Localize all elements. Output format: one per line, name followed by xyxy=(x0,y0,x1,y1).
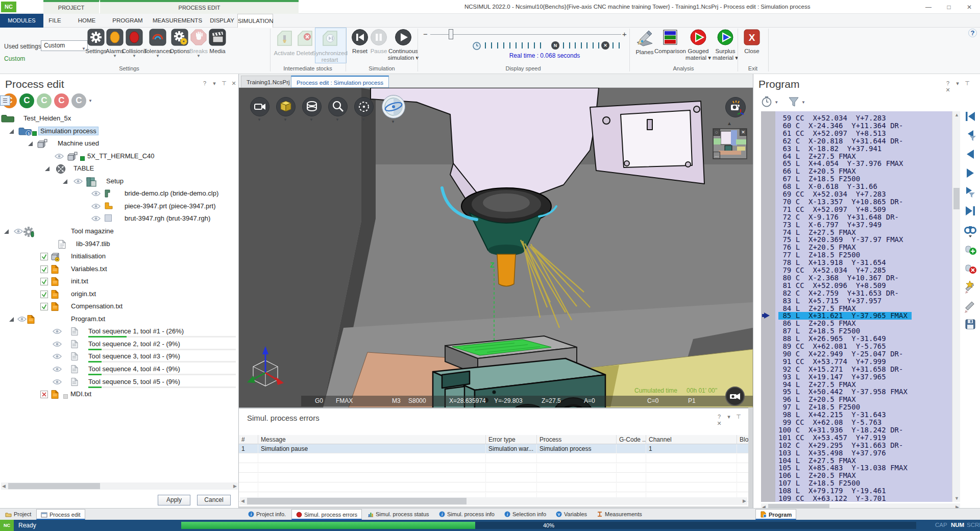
tree-item-label[interactable]: Tool sequence 2, tool #2 - (9%) xyxy=(88,340,180,348)
errors-cell[interactable]: 1 xyxy=(239,444,258,453)
program-line[interactable]: 84 L Z+27.5 FMAX xyxy=(778,305,856,312)
program-line[interactable]: 97 L Z+18.5 F2500 xyxy=(778,403,860,411)
bottom-tab-measurements[interactable]: Measurements xyxy=(593,509,646,520)
program-line[interactable]: 82 C X+2.759 Y+31.653 DR- xyxy=(778,289,899,297)
tree-item[interactable]: lib-3947.tlib xyxy=(0,239,239,250)
collapse-minimap-icon[interactable]: ▲ xyxy=(727,120,732,126)
detail-view-icon[interactable]: ☰ xyxy=(0,95,10,106)
program-line[interactable]: 74 L Z+27.5 FMAX xyxy=(778,229,856,236)
program-line[interactable]: 68 L X-0.618 Y-31.66 xyxy=(778,183,877,190)
program-line[interactable]: 77 L Z+18.5 F2500 xyxy=(778,251,860,259)
tree-item[interactable]: TABLE xyxy=(0,163,239,175)
scroll-left-icon[interactable]: ◀ xyxy=(241,497,244,504)
remove-breakpoint-button[interactable] xyxy=(964,261,977,274)
program-line[interactable]: 95 L X+50.442 Y-37.958 FMAX xyxy=(778,388,908,396)
speed-slider-track[interactable] xyxy=(430,34,621,35)
errors-column-header[interactable]: Bloc xyxy=(737,435,748,444)
program-line[interactable]: 78 L X+13.918 Y-31.654 xyxy=(778,259,886,267)
chevron-down-icon[interactable]: ▼ xyxy=(309,117,313,122)
scroll-up-icon[interactable]: ▲ xyxy=(954,111,959,118)
errors-column-header[interactable]: Message xyxy=(258,435,486,444)
tree-item[interactable]: Tool magazine xyxy=(0,226,239,237)
errors-cell[interactable] xyxy=(737,444,748,453)
visibility-eye-icon[interactable] xyxy=(53,353,62,361)
pin-icon[interactable]: ⊤ xyxy=(963,80,971,87)
program-line[interactable]: 96 L Z+20.5 FMAX xyxy=(778,396,856,403)
filter-icon[interactable] xyxy=(788,102,800,109)
tab-measurements[interactable]: MEASUREMENTS xyxy=(148,14,207,28)
tree-item[interactable]: Setup xyxy=(0,176,239,187)
tree-item-label[interactable]: Tool sequence 4, tool #4 - (9%) xyxy=(88,365,180,373)
tree-item-label[interactable]: Tool sequence 1, tool #1 - (26%) xyxy=(88,327,184,335)
tree-item[interactable]: Program.txt xyxy=(0,314,239,325)
visibility-eye-icon[interactable] xyxy=(74,178,83,186)
tree-item-label[interactable]: TABLE xyxy=(74,164,94,172)
expander-icon[interactable] xyxy=(9,129,14,134)
program-line[interactable]: 66 L Z+20.5 FMAX xyxy=(778,167,856,175)
tab-file[interactable]: FILE xyxy=(43,14,66,28)
panel-close-icon[interactable]: ✕ xyxy=(715,420,723,427)
program-line[interactable]: 72 C X-9.176 Y+31.648 DR- xyxy=(778,213,899,221)
errors-cell[interactable] xyxy=(617,444,646,453)
find-button[interactable] xyxy=(964,223,977,236)
next-filter-button[interactable] xyxy=(964,185,977,199)
checkbox-crossed-icon[interactable] xyxy=(40,391,48,400)
panel-close-icon[interactable]: ✕ xyxy=(944,87,952,93)
show-stock-button[interactable] xyxy=(302,97,322,116)
program-line[interactable]: 104 L Z+27.5 FMAX xyxy=(778,457,856,465)
program-line[interactable]: 107 L Z+18.5 F2500 xyxy=(778,479,860,487)
chevron-down-icon[interactable]: ▼ xyxy=(257,117,261,122)
bottom-tab-project-info-[interactable]: iProject info. xyxy=(244,509,290,520)
speed-normal-marker[interactable]: N xyxy=(551,41,559,50)
program-line[interactable]: 102 C X+29.295 Y+31.663 DR- xyxy=(778,442,903,449)
tree-item-label[interactable]: origin.txt xyxy=(71,290,96,298)
program-line[interactable]: 105 L X+85.483 Y-13.038 FMAX xyxy=(778,464,908,472)
panel-close-icon[interactable]: ✕ xyxy=(230,80,238,87)
prev-filter-button[interactable] xyxy=(964,129,977,142)
tree-item-label[interactable]: brut-3947.rgh (brut-3947.rgh) xyxy=(125,214,210,222)
edit-button[interactable] xyxy=(964,299,977,312)
program-line[interactable]: 103 L X+35.498 Y+37.976 xyxy=(778,449,886,457)
rebuild-tool-button[interactable]: C xyxy=(37,93,52,108)
tab-program[interactable]: PROGRAM xyxy=(107,14,148,28)
expander-icon[interactable] xyxy=(4,229,9,234)
bottom-tab-simul-process-status[interactable]: Simul. process status xyxy=(363,509,433,520)
pin-icon[interactable]: ⊤ xyxy=(220,80,228,87)
tree-item-label[interactable]: Program.txt xyxy=(71,315,105,323)
program-line[interactable]: 70 C X-13.357 Y+10.865 DR- xyxy=(778,198,903,206)
program-line[interactable]: 73 L X-6.797 Y+37.949 xyxy=(778,221,881,229)
help-icon[interactable]: ? xyxy=(968,29,977,37)
program-line[interactable]: 63 L X-18.82 Y+37.941 xyxy=(778,145,881,153)
bottom-tab-selection-info[interactable]: iSelection info xyxy=(500,509,550,520)
program-line[interactable]: 91 CC X+53.774 Y+7.999 xyxy=(778,358,886,366)
program-line[interactable]: 101 CC X+53.457 Y+7.919 xyxy=(778,434,886,442)
scrollbar-thumb[interactable] xyxy=(953,188,960,209)
program-line[interactable]: 99 CC X+62.08 Y-5.763 xyxy=(778,419,881,426)
speed-slider-handle[interactable] xyxy=(449,29,453,39)
program-line[interactable]: 85 L X+31.621 Y-37.965 FMAX xyxy=(778,312,912,320)
apply-button[interactable]: Apply xyxy=(158,495,190,505)
program-line[interactable]: 65 L X+4.054 Y-37.976 FMAX xyxy=(778,160,903,167)
program-line[interactable]: 89 CC X+62.081 Y-5.765 xyxy=(778,343,886,350)
program-line[interactable]: 61 CC X+52.097 Y+8.513 xyxy=(778,130,886,137)
skip-first-button[interactable] xyxy=(964,110,977,123)
tab-display[interactable]: DISPLAY xyxy=(207,14,237,28)
close-window-icon[interactable]: ✕ xyxy=(960,2,979,12)
chevron-down-icon[interactable]: ▼ xyxy=(88,99,92,103)
checkbox-checked-icon[interactable] xyxy=(40,253,48,262)
tree-item-label[interactable]: Tool sequence 5, tool #5 - (9%) xyxy=(88,378,180,385)
errors-column-header[interactable]: Process xyxy=(537,435,617,444)
tree-item[interactable]: Test_Heiden_5x xyxy=(0,113,239,125)
errors-column-header[interactable]: # xyxy=(239,435,258,444)
tree-horizontal-scrollbar[interactable]: ◀ ▶ xyxy=(1,482,238,490)
tree-item[interactable]: Tool sequence 4, tool #4 - (9%) xyxy=(0,364,239,375)
tree-item-label[interactable]: Machine used xyxy=(58,139,99,147)
tree-item-label[interactable]: Tool magazine xyxy=(71,227,114,235)
bottom-tab-variables[interactable]: VVariables xyxy=(552,509,591,520)
tab-modules[interactable]: MODULES xyxy=(0,14,43,28)
program-line[interactable]: 93 L X+19.147 Y+37.965 xyxy=(778,373,886,381)
scrollbar-thumb[interactable] xyxy=(247,498,467,504)
tree-item[interactable]: Variables.txt xyxy=(0,264,239,275)
bottom-tab-project[interactable]: Project xyxy=(1,509,35,520)
tree-item-label[interactable]: Variables.txt xyxy=(71,265,107,273)
